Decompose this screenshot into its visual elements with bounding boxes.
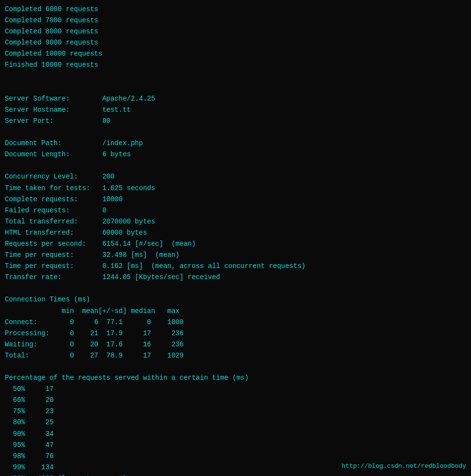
watermark-text: http://blog.csdn.net/redbloodbody: [342, 461, 466, 471]
terminal-output: Completed 6000 requests Completed 7000 r…: [5, 4, 466, 476]
